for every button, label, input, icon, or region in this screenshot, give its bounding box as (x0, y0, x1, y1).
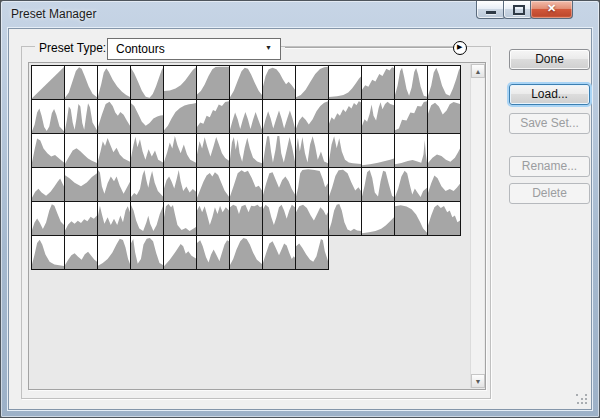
contour-tile[interactable] (361, 99, 395, 134)
contour-tile[interactable] (427, 201, 461, 236)
contour-tile[interactable] (394, 133, 428, 168)
flyout-menu-button[interactable]: ▶ (453, 41, 467, 55)
contour-tile[interactable] (229, 99, 263, 134)
scroll-up-button[interactable]: ▲ (471, 64, 485, 78)
contour-tile[interactable] (262, 235, 296, 270)
load-button[interactable]: Load... (509, 84, 590, 105)
contour-tile[interactable] (262, 99, 296, 134)
contour-tile[interactable] (361, 167, 395, 202)
contour-tile[interactable] (163, 133, 197, 168)
contour-tile[interactable] (328, 133, 362, 168)
contour-tile[interactable] (97, 65, 131, 100)
maximize-icon (513, 5, 525, 15)
contour-tile[interactable] (64, 201, 98, 236)
contour-tile[interactable] (295, 99, 329, 134)
contour-tile[interactable] (64, 133, 98, 168)
contour-tile[interactable] (163, 167, 197, 202)
contour-tile[interactable] (163, 99, 197, 134)
scroll-down-icon: ▼ (475, 378, 482, 385)
contour-tile[interactable] (328, 99, 362, 134)
minimize-icon (486, 11, 496, 14)
contour-tile[interactable] (328, 167, 362, 202)
dialog-client-area: Preset Type: Contours ▼ ▶ ▲ ▼ Done Load.… (8, 28, 592, 410)
contour-tile[interactable] (31, 65, 65, 100)
contour-tile[interactable] (229, 167, 263, 202)
contour-tile[interactable] (163, 201, 197, 236)
contour-tile[interactable] (196, 65, 230, 100)
contour-tile[interactable] (361, 201, 395, 236)
window-title: Preset Manager (11, 1, 96, 27)
preset-panel: ▲ ▼ (28, 62, 486, 390)
contour-tile[interactable] (328, 201, 362, 236)
contour-tile[interactable] (31, 133, 65, 168)
contour-tile[interactable] (361, 133, 395, 168)
chevron-down-icon: ▼ (265, 44, 272, 51)
contour-tile[interactable] (97, 201, 131, 236)
contour-tile[interactable] (394, 201, 428, 236)
contour-tile[interactable] (229, 65, 263, 100)
contour-tile[interactable] (295, 201, 329, 236)
contour-tile[interactable] (196, 167, 230, 202)
save-set-button: Save Set... (509, 113, 590, 134)
contour-tile[interactable] (130, 235, 164, 270)
contour-tile[interactable] (97, 99, 131, 134)
contour-tile[interactable] (328, 65, 362, 100)
contour-tile[interactable] (97, 235, 131, 270)
minimize-button[interactable] (476, 1, 506, 19)
contour-tile[interactable] (97, 167, 131, 202)
contour-tile[interactable] (64, 235, 98, 270)
contour-tile[interactable] (295, 167, 329, 202)
contour-tile[interactable] (31, 99, 65, 134)
contour-tile[interactable] (130, 133, 164, 168)
contour-tile[interactable] (427, 65, 461, 100)
contour-tile[interactable] (97, 133, 131, 168)
rename-button: Rename... (509, 156, 590, 177)
contour-tile[interactable] (229, 133, 263, 168)
preset-manager-window: Preset Manager ✕ Preset Type: Contours ▼… (0, 0, 600, 418)
maximize-button[interactable] (503, 1, 533, 19)
contour-tile[interactable] (295, 65, 329, 100)
contour-tile[interactable] (31, 201, 65, 236)
contour-tile[interactable] (196, 133, 230, 168)
resize-grip[interactable] (576, 394, 588, 406)
contour-tile[interactable] (394, 65, 428, 100)
contour-tile[interactable] (229, 235, 263, 270)
contour-tile[interactable] (427, 167, 461, 202)
preset-type-dropdown[interactable]: Contours ▼ (107, 38, 281, 60)
contour-tile[interactable] (64, 99, 98, 134)
contour-tile[interactable] (163, 65, 197, 100)
contour-tile[interactable] (163, 235, 197, 270)
contour-tile[interactable] (64, 65, 98, 100)
contour-tile[interactable] (295, 133, 329, 168)
contour-tile[interactable] (262, 65, 296, 100)
contour-tile[interactable] (130, 65, 164, 100)
contour-tile[interactable] (196, 99, 230, 134)
contour-tile[interactable] (394, 167, 428, 202)
contour-tile[interactable] (427, 99, 461, 134)
close-button[interactable]: ✕ (530, 1, 573, 19)
contour-tile[interactable] (295, 235, 329, 270)
done-button[interactable]: Done (509, 49, 590, 70)
contour-tile[interactable] (394, 99, 428, 134)
delete-button: Delete (509, 183, 590, 204)
contour-tile[interactable] (262, 133, 296, 168)
contour-tile[interactable] (361, 65, 395, 100)
contour-tile[interactable] (229, 201, 263, 236)
contour-tile[interactable] (427, 133, 461, 168)
scroll-up-icon: ▲ (475, 68, 482, 75)
contour-tile[interactable] (31, 167, 65, 202)
contour-tile[interactable] (130, 99, 164, 134)
divider-line (285, 47, 457, 48)
contour-tile[interactable] (130, 201, 164, 236)
preset-type-value: Contours (116, 42, 165, 56)
contour-tile[interactable] (196, 235, 230, 270)
preset-type-label: Preset Type: (35, 41, 111, 57)
contour-tile[interactable] (31, 235, 65, 270)
scroll-down-button[interactable]: ▼ (471, 374, 485, 388)
vertical-scrollbar[interactable]: ▲ ▼ (470, 64, 484, 388)
contour-tile[interactable] (196, 201, 230, 236)
contour-tile[interactable] (130, 167, 164, 202)
contour-tile[interactable] (262, 167, 296, 202)
contour-tile[interactable] (64, 167, 98, 202)
contour-tile[interactable] (262, 201, 296, 236)
